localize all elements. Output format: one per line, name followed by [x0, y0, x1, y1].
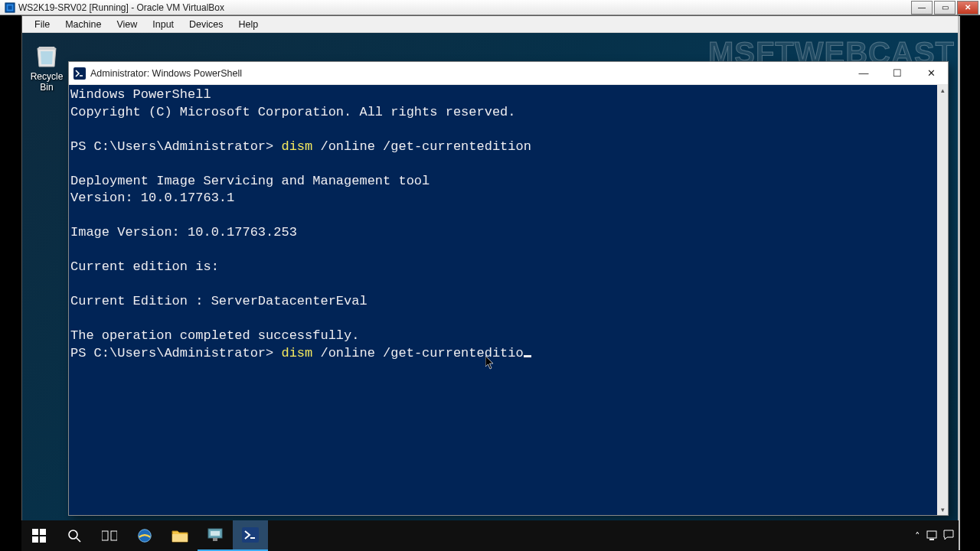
console-line: Deployment Image Servicing and Managemen…: [70, 174, 430, 188]
host-maximize-button[interactable]: ▭: [934, 1, 956, 15]
tray-network-icon[interactable]: [926, 530, 937, 541]
menu-file[interactable]: File: [27, 18, 57, 31]
menu-devices[interactable]: Devices: [181, 18, 230, 31]
console-line: Current Edition : ServerDatacenterEval: [70, 294, 368, 308]
console-line: Version: 10.0.17763.1: [70, 191, 234, 205]
tray-action-center-icon[interactable]: [943, 530, 954, 543]
host-window-titlebar: WS2K19-SRV02 [Running] - Oracle VM Virtu…: [0, 0, 980, 15]
ps-close-button[interactable]: ✕: [914, 62, 948, 85]
recycle-bin-shortcut[interactable]: Recycle Bin: [24, 39, 70, 93]
console-prompt: PS C:\Users\Administrator>: [70, 139, 281, 154]
host-window-controls: — ▭ ✕: [910, 1, 978, 15]
virtualbox-menubar: File Machine View Input Devices Help: [22, 16, 958, 33]
virtualbox-viewport: File Machine View Input Devices Help MSF…: [21, 15, 959, 551]
guest-taskbar: ˄: [21, 520, 959, 551]
menu-input[interactable]: Input: [145, 18, 181, 31]
svg-rect-16: [211, 531, 220, 536]
console-line: Current edition is:: [70, 259, 219, 274]
console-caret: [524, 355, 531, 357]
host-minimize-button[interactable]: —: [911, 1, 933, 15]
console-line: Copyright (C) Microsoft Corporation. All…: [70, 105, 516, 119]
menu-view[interactable]: View: [109, 18, 145, 31]
svg-rect-6: [32, 536, 38, 543]
svg-rect-20: [927, 531, 936, 538]
menu-machine[interactable]: Machine: [57, 18, 109, 31]
host-window-title: WS2K19-SRV02 [Running] - Oracle VM Virtu…: [18, 2, 224, 13]
svg-line-9: [77, 538, 80, 542]
console-line: The operation completed successfully.: [70, 328, 359, 343]
svg-rect-17: [213, 538, 217, 541]
host-close-button[interactable]: ✕: [957, 1, 978, 15]
start-button[interactable]: [21, 520, 57, 551]
recycle-bin-icon: [31, 39, 62, 70]
powershell-window: Administrator: Windows PowerShell — ☐ ✕ …: [68, 61, 949, 516]
svg-rect-5: [40, 529, 46, 535]
taskbar-server-manager-button[interactable]: [198, 520, 233, 551]
ps-maximize-button[interactable]: ☐: [880, 62, 914, 85]
menu-help[interactable]: Help: [231, 18, 266, 31]
svg-point-8: [69, 530, 77, 539]
console-args: /online /get-currentedition: [312, 139, 531, 154]
taskbar-explorer-button[interactable]: [162, 520, 198, 551]
powershell-console[interactable]: Windows PowerShell Copyright (C) Microso…: [69, 85, 937, 515]
recycle-bin-label: Recycle Bin: [24, 71, 70, 93]
svg-rect-14: [172, 534, 188, 542]
svg-rect-21: [929, 539, 934, 540]
ps-minimize-button[interactable]: —: [847, 62, 880, 85]
scrollbar-down-icon[interactable]: ▾: [937, 504, 948, 515]
powershell-scrollbar[interactable]: ▴ ▾: [937, 85, 948, 515]
powershell-window-controls: — ☐ ✕: [847, 62, 948, 85]
taskbar-search-button[interactable]: [57, 520, 92, 551]
svg-rect-10: [102, 531, 108, 540]
powershell-icon: [74, 67, 86, 80]
svg-rect-11: [111, 531, 117, 540]
console-command: dism: [281, 139, 312, 154]
console-prompt: PS C:\Users\Administrator>: [70, 346, 281, 360]
console-args: /online /get-currenteditio: [312, 346, 523, 360]
taskbar-powershell-button[interactable]: [233, 520, 268, 551]
svg-rect-4: [32, 529, 38, 535]
system-tray: ˄: [915, 530, 959, 543]
console-line: Windows PowerShell: [70, 87, 211, 102]
console-line: Image Version: 10.0.17763.253: [70, 225, 297, 240]
powershell-title: Administrator: Windows PowerShell: [90, 68, 242, 79]
powershell-titlebar[interactable]: Administrator: Windows PowerShell — ☐ ✕: [69, 62, 948, 85]
svg-rect-2: [8, 5, 11, 9]
tray-chevron-up-icon[interactable]: ˄: [915, 530, 920, 542]
guest-desktop[interactable]: MSFTWEBCAST Recycle Bin Administrator: W…: [22, 33, 958, 550]
taskbar-ie-button[interactable]: [127, 520, 162, 551]
taskbar-taskview-button[interactable]: [92, 520, 127, 551]
scrollbar-up-icon[interactable]: ▴: [937, 85, 948, 96]
svg-rect-7: [40, 536, 46, 543]
scrollbar-track[interactable]: [937, 96, 948, 504]
virtualbox-icon: [5, 2, 15, 13]
console-command: dism: [281, 346, 312, 360]
